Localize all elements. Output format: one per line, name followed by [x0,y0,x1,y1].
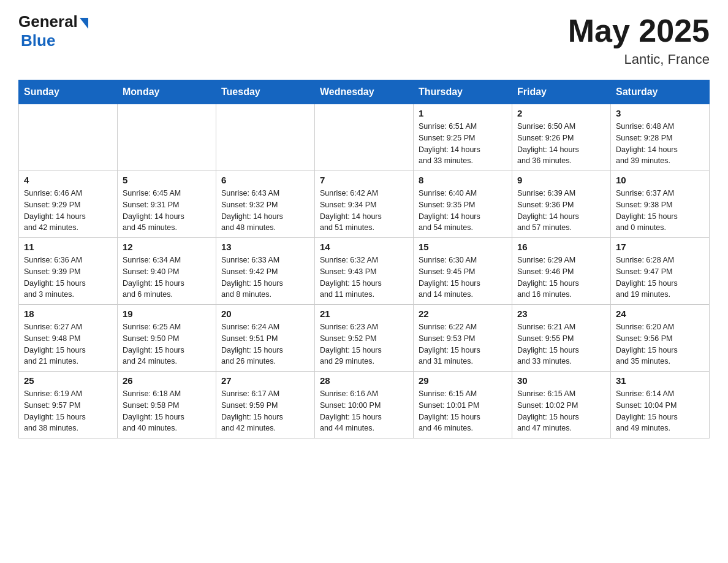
calendar-cell: 8Sunrise: 6:40 AM Sunset: 9:35 PM Daylig… [414,171,512,238]
day-info: Sunrise: 6:25 AM Sunset: 9:50 PM Dayligh… [123,321,211,367]
day-info: Sunrise: 6:33 AM Sunset: 9:42 PM Dayligh… [221,255,309,301]
day-number: 1 [419,108,507,118]
day-info: Sunrise: 6:19 AM Sunset: 9:57 PM Dayligh… [24,388,112,434]
calendar-cell: 23Sunrise: 6:21 AM Sunset: 9:55 PM Dayli… [512,305,611,372]
day-number: 27 [221,375,309,386]
day-number: 2 [517,108,605,118]
day-number: 17 [616,242,704,252]
day-info: Sunrise: 6:45 AM Sunset: 9:31 PM Dayligh… [123,188,211,234]
calendar-cell [19,104,118,171]
calendar-cell: 29Sunrise: 6:15 AM Sunset: 10:01 PM Dayl… [414,372,512,439]
calendar-cell: 12Sunrise: 6:34 AM Sunset: 9:40 PM Dayli… [118,238,216,305]
calendar-cell: 7Sunrise: 6:42 AM Sunset: 9:34 PM Daylig… [315,171,414,238]
calendar-cell: 10Sunrise: 6:37 AM Sunset: 9:38 PM Dayli… [611,171,710,238]
day-info: Sunrise: 6:32 AM Sunset: 9:43 PM Dayligh… [320,255,408,301]
month-year-title: May 2025 [568,12,710,49]
day-info: Sunrise: 6:51 AM Sunset: 9:25 PM Dayligh… [419,121,507,167]
day-number: 31 [616,375,704,386]
day-info: Sunrise: 6:29 AM Sunset: 9:46 PM Dayligh… [517,255,605,301]
calendar-cell: 18Sunrise: 6:27 AM Sunset: 9:48 PM Dayli… [19,305,118,372]
day-number: 8 [419,175,507,185]
calendar-cell [118,104,216,171]
calendar-cell: 9Sunrise: 6:39 AM Sunset: 9:36 PM Daylig… [512,171,611,238]
day-info: Sunrise: 6:18 AM Sunset: 9:58 PM Dayligh… [123,388,211,434]
calendar-cell: 17Sunrise: 6:28 AM Sunset: 9:47 PM Dayli… [611,238,710,305]
calendar-cell: 14Sunrise: 6:32 AM Sunset: 9:43 PM Dayli… [315,238,414,305]
day-info: Sunrise: 6:15 AM Sunset: 10:01 PM Daylig… [419,388,507,434]
calendar-cell: 5Sunrise: 6:45 AM Sunset: 9:31 PM Daylig… [118,171,216,238]
day-number: 6 [221,175,309,185]
day-number: 22 [419,308,507,319]
day-info: Sunrise: 6:15 AM Sunset: 10:02 PM Daylig… [517,388,605,434]
weekday-header-row: SundayMondayTuesdayWednesdayThursdayFrid… [19,80,710,104]
calendar-cell: 25Sunrise: 6:19 AM Sunset: 9:57 PM Dayli… [19,372,118,439]
day-info: Sunrise: 6:50 AM Sunset: 9:26 PM Dayligh… [517,121,605,167]
weekday-header-thursday: Thursday [414,80,512,104]
day-number: 24 [616,308,704,319]
day-number: 3 [616,108,704,118]
day-number: 5 [123,175,211,185]
day-info: Sunrise: 6:27 AM Sunset: 9:48 PM Dayligh… [24,321,112,367]
calendar-cell: 19Sunrise: 6:25 AM Sunset: 9:50 PM Dayli… [118,305,216,372]
day-number: 15 [419,242,507,252]
calendar-week-row: 25Sunrise: 6:19 AM Sunset: 9:57 PM Dayli… [19,372,710,439]
calendar-cell: 22Sunrise: 6:22 AM Sunset: 9:53 PM Dayli… [414,305,512,372]
calendar-week-row: 4Sunrise: 6:46 AM Sunset: 9:29 PM Daylig… [19,171,710,238]
weekday-header-wednesday: Wednesday [315,80,414,104]
day-info: Sunrise: 6:20 AM Sunset: 9:56 PM Dayligh… [616,321,704,367]
day-info: Sunrise: 6:34 AM Sunset: 9:40 PM Dayligh… [123,255,211,301]
weekday-header-friday: Friday [512,80,611,104]
calendar-cell: 6Sunrise: 6:43 AM Sunset: 9:32 PM Daylig… [216,171,315,238]
day-info: Sunrise: 6:22 AM Sunset: 9:53 PM Dayligh… [419,321,507,367]
day-info: Sunrise: 6:40 AM Sunset: 9:35 PM Dayligh… [419,188,507,234]
day-number: 16 [517,242,605,252]
day-info: Sunrise: 6:16 AM Sunset: 10:00 PM Daylig… [320,388,408,434]
day-number: 10 [616,175,704,185]
title-block: May 2025 Lantic, France [568,12,710,67]
calendar-cell: 28Sunrise: 6:16 AM Sunset: 10:00 PM Dayl… [315,372,414,439]
calendar-week-row: 18Sunrise: 6:27 AM Sunset: 9:48 PM Dayli… [19,305,710,372]
calendar-cell: 15Sunrise: 6:30 AM Sunset: 9:45 PM Dayli… [414,238,512,305]
day-number: 14 [320,242,408,252]
day-info: Sunrise: 6:37 AM Sunset: 9:38 PM Dayligh… [616,188,704,234]
day-number: 13 [221,242,309,252]
day-info: Sunrise: 6:42 AM Sunset: 9:34 PM Dayligh… [320,188,408,234]
weekday-header-saturday: Saturday [611,80,710,104]
day-info: Sunrise: 6:43 AM Sunset: 9:32 PM Dayligh… [221,188,309,234]
day-number: 23 [517,308,605,319]
day-info: Sunrise: 6:24 AM Sunset: 9:51 PM Dayligh… [221,321,309,367]
calendar-cell [216,104,315,171]
day-info: Sunrise: 6:23 AM Sunset: 9:52 PM Dayligh… [320,321,408,367]
calendar-cell: 24Sunrise: 6:20 AM Sunset: 9:56 PM Dayli… [611,305,710,372]
logo-blue-text: Blue [21,31,55,50]
day-info: Sunrise: 6:39 AM Sunset: 9:36 PM Dayligh… [517,188,605,234]
calendar-cell: 11Sunrise: 6:36 AM Sunset: 9:39 PM Dayli… [19,238,118,305]
day-info: Sunrise: 6:21 AM Sunset: 9:55 PM Dayligh… [517,321,605,367]
logo: General Blue [18,12,88,50]
day-info: Sunrise: 6:36 AM Sunset: 9:39 PM Dayligh… [24,255,112,301]
day-number: 4 [24,175,112,185]
day-info: Sunrise: 6:14 AM Sunset: 10:04 PM Daylig… [616,388,704,434]
calendar-cell: 26Sunrise: 6:18 AM Sunset: 9:58 PM Dayli… [118,372,216,439]
calendar-cell: 13Sunrise: 6:33 AM Sunset: 9:42 PM Dayli… [216,238,315,305]
day-number: 20 [221,308,309,319]
calendar-cell: 1Sunrise: 6:51 AM Sunset: 9:25 PM Daylig… [414,104,512,171]
day-number: 7 [320,175,408,185]
logo-general-text: General [18,12,78,31]
calendar-cell: 2Sunrise: 6:50 AM Sunset: 9:26 PM Daylig… [512,104,611,171]
page-header: General Blue May 2025 Lantic, France [18,12,710,67]
calendar-cell [315,104,414,171]
day-info: Sunrise: 6:30 AM Sunset: 9:45 PM Dayligh… [419,255,507,301]
day-info: Sunrise: 6:28 AM Sunset: 9:47 PM Dayligh… [616,255,704,301]
day-number: 19 [123,308,211,319]
day-number: 29 [419,375,507,386]
day-info: Sunrise: 6:17 AM Sunset: 9:59 PM Dayligh… [221,388,309,434]
day-number: 26 [123,375,211,386]
calendar-cell: 30Sunrise: 6:15 AM Sunset: 10:02 PM Dayl… [512,372,611,439]
day-info: Sunrise: 6:46 AM Sunset: 9:29 PM Dayligh… [24,188,112,234]
calendar-week-row: 1Sunrise: 6:51 AM Sunset: 9:25 PM Daylig… [19,104,710,171]
calendar-cell: 16Sunrise: 6:29 AM Sunset: 9:46 PM Dayli… [512,238,611,305]
calendar-cell: 4Sunrise: 6:46 AM Sunset: 9:29 PM Daylig… [19,171,118,238]
calendar-cell: 31Sunrise: 6:14 AM Sunset: 10:04 PM Dayl… [611,372,710,439]
calendar-week-row: 11Sunrise: 6:36 AM Sunset: 9:39 PM Dayli… [19,238,710,305]
